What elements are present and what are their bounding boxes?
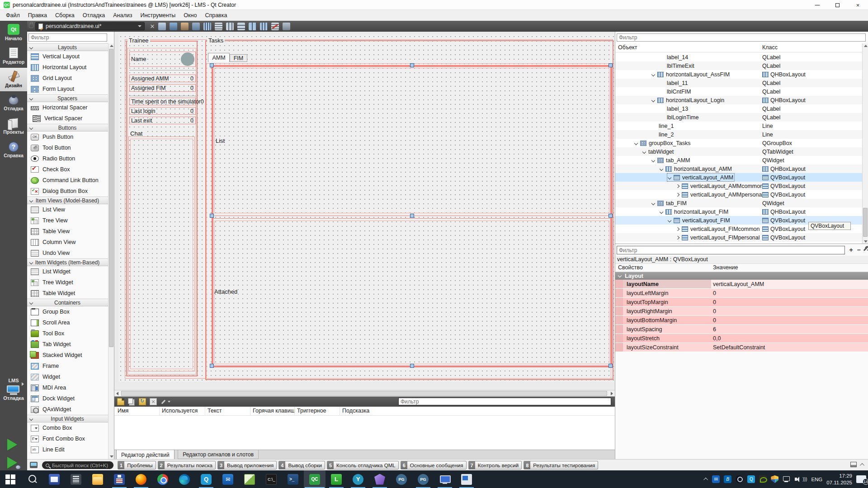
remove-icon[interactable]: − — [855, 247, 862, 253]
splitter-horizontal-icon[interactable] — [226, 23, 234, 30]
canvas-horizontal-scrollbar[interactable] — [114, 390, 615, 396]
sidebar-mode-projects-folder[interactable]: Проекты — [0, 115, 27, 138]
property-row[interactable]: layoutTopMargin0 — [615, 298, 868, 307]
tray-volume-icon[interactable] — [794, 475, 802, 483]
property-value[interactable]: 0 — [711, 298, 868, 306]
scroll-right-icon[interactable] — [611, 392, 613, 395]
tree-row[interactable]: label_14QLabel — [615, 53, 862, 61]
tree-row[interactable]: line_1Line — [615, 122, 862, 130]
taskbar-app-firefox[interactable] — [130, 470, 152, 488]
taskbar-app-fork[interactable]: Y — [347, 470, 369, 488]
edit-signals-icon[interactable] — [170, 23, 177, 30]
tree-row[interactable]: horizontalLayout_FIMQHBoxLayout — [615, 207, 862, 216]
panel-button-8[interactable]: 8Результаты тестирования — [524, 461, 598, 469]
notification-icon[interactable]: 14 — [856, 475, 866, 483]
property-value[interactable]: 6 — [711, 325, 868, 333]
tab-amm[interactable]: AMM — [208, 53, 230, 62]
tree-row[interactable]: horizontalLayout_AssFIMQHBoxLayout — [615, 70, 862, 79]
taskbar-app-edge[interactable] — [174, 470, 195, 488]
chevron-right-icon[interactable] — [676, 235, 679, 239]
widget-item[interactable]: Horizontal Layout — [27, 62, 108, 73]
tab-signals-slots-editor[interactable]: Редактор сигналов и слотов — [178, 450, 259, 459]
widget-item[interactable]: Vertical Spacer — [27, 113, 108, 124]
widget-item[interactable]: Combo Box — [27, 422, 108, 433]
taskbar-app-remote[interactable] — [434, 470, 456, 488]
inspector-filter-input[interactable] — [617, 33, 866, 42]
taskbar-app-presentation[interactable] — [43, 470, 65, 488]
property-value[interactable]: SetDefaultConstraint — [711, 343, 868, 352]
tree-row[interactable]: tab_FIMQWidget — [615, 199, 862, 207]
property-row[interactable]: layoutLeftMargin0 — [615, 289, 868, 298]
trainee-stat-field[interactable]: Last login0 — [129, 107, 196, 115]
adjust-size-icon[interactable] — [283, 23, 290, 30]
widget-item[interactable]: Check Box — [27, 164, 108, 175]
widget-section-header[interactable]: Item Widgets (Item-Based) — [27, 258, 108, 266]
tray-steam-icon[interactable] — [736, 475, 743, 483]
tree-row[interactable]: lblLoginTimeQLabel — [615, 113, 862, 122]
scroll-thumb[interactable] — [863, 208, 868, 237]
run-button[interactable] — [7, 439, 20, 451]
widget-item[interactable]: MDI Area — [27, 382, 108, 393]
tree-row[interactable]: lblCntFIMQLabel — [615, 87, 862, 96]
menu-item[interactable]: Окно — [179, 11, 201, 20]
scroll-down-icon[interactable] — [864, 240, 868, 243]
tree-row[interactable]: verticalLayout_AMMcommonQVBoxLayout — [615, 182, 862, 190]
widget-item[interactable]: Dialog Button Box — [27, 186, 108, 197]
property-value[interactable]: 0,0 — [711, 334, 868, 343]
property-row[interactable]: layoutNameverticalLayout_AMM — [615, 280, 868, 289]
widget-item[interactable]: List Widget — [27, 266, 108, 277]
chevron-right-icon[interactable] — [676, 192, 679, 196]
layout-section-header[interactable]: Layout — [615, 272, 868, 280]
widget-item[interactable]: QAxWidget — [27, 404, 108, 415]
taskbar-app-cmd[interactable]: C:\_ — [260, 470, 282, 488]
tree-row[interactable]: line_2Line — [615, 130, 862, 139]
panel-button-6[interactable]: 6Основные сообщения — [401, 461, 467, 469]
property-value[interactable]: 0 — [711, 307, 868, 315]
tree-row[interactable]: groupBox_TasksQGroupBox — [615, 139, 862, 147]
tray-nvidia-icon[interactable] — [759, 475, 767, 483]
chevron-down-icon[interactable] — [668, 218, 671, 222]
taskbar-app-vm[interactable] — [456, 470, 477, 488]
widget-box-scrollbar[interactable] — [108, 43, 114, 459]
widget-item[interactable]: Tool Button — [27, 142, 108, 153]
taskbar-app-qtcreator[interactable]: QC — [304, 470, 326, 488]
property-row[interactable]: layoutRightMargin0 — [615, 307, 868, 316]
widget-item[interactable]: Line Edit — [27, 444, 108, 455]
output-panel-icon[interactable] — [850, 462, 857, 467]
sidebar-mode-debug-bug[interactable]: Отладка — [0, 91, 27, 115]
widget-item[interactable]: Column View — [27, 237, 108, 248]
taskbar-app-notes[interactable] — [239, 470, 260, 488]
taskbar-app-mail[interactable]: ✉ — [217, 470, 239, 488]
widget-item[interactable]: Scroll Area — [27, 317, 108, 328]
chevron-down-icon[interactable] — [651, 158, 655, 162]
chevron-down-icon[interactable] — [668, 175, 671, 179]
resize-handle[interactable] — [609, 63, 613, 67]
chevron-up-icon[interactable] — [860, 463, 864, 467]
trainee-stat-field[interactable]: Time spent on the simulator0 — [129, 98, 196, 105]
menu-item[interactable]: Файл — [2, 11, 24, 20]
taskbar-app-floppy[interactable] — [108, 470, 130, 488]
avatar-circle[interactable] — [181, 52, 194, 66]
delete-action-icon[interactable]: ✕ — [150, 398, 157, 405]
widget-item[interactable]: Group Box — [27, 306, 108, 317]
widget-item[interactable]: Tree Widget — [27, 277, 108, 288]
taskbar-app-calculator[interactable] — [65, 470, 87, 488]
kit-selector[interactable]: LMS Отладка — [0, 378, 27, 401]
layout-vertical-icon[interactable] — [215, 23, 222, 30]
sidebar-mode-design-tools[interactable]: Дизайн — [0, 68, 27, 91]
copy-action-icon[interactable] — [128, 398, 133, 404]
widget-item[interactable]: Stacked Widget — [27, 350, 108, 361]
property-value[interactable]: verticalLayout_AMM — [711, 280, 868, 288]
scroll-left-icon[interactable] — [116, 392, 118, 395]
widget-item[interactable]: Push Button — [27, 131, 108, 142]
property-row[interactable]: layoutBottomMargin0 — [615, 316, 868, 325]
configure-icon[interactable] — [863, 246, 868, 251]
property-row[interactable]: layoutStretch0,0 — [615, 334, 868, 343]
chevron-down-icon[interactable] — [651, 72, 655, 76]
property-filter-input[interactable] — [617, 246, 845, 254]
menu-item[interactable]: Отладка — [79, 11, 109, 20]
widget-item[interactable]: Widget — [27, 371, 108, 382]
widget-section-header[interactable]: Item Views (Model-Based) — [27, 197, 108, 204]
close-button[interactable]: × — [848, 0, 868, 10]
tray-network-icon[interactable] — [783, 475, 790, 483]
